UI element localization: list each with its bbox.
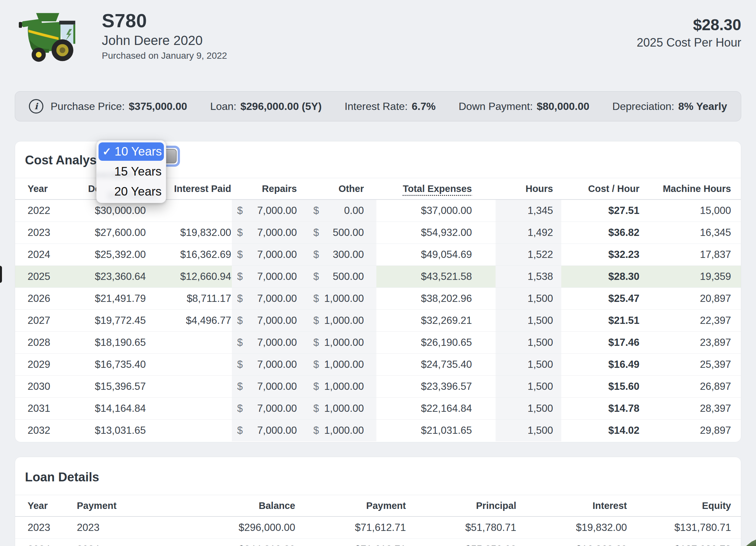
cell-depreciation: $27,600.00 [64,222,146,244]
dollar-sign: $ [237,337,243,348]
dropdown-option-15-years[interactable]: 15 Years [99,161,164,183]
cell-interest-paid: $16,362.69 [146,244,232,266]
col-header-other: Other [308,178,376,200]
cell-cost-hour: $17.46 [561,331,643,353]
cell-repairs-wrap: $7,000.00 [237,293,297,304]
cell-year: 2023 [15,222,64,244]
cell-cost-hour: $27.51 [561,200,643,222]
cost-per-hour-value: $28.30 [637,16,741,34]
cell-year: 2032 [15,419,64,441]
dollar-sign: $ [313,425,319,436]
loan-col-header-2-balance: Balance [156,495,296,517]
cell-year: 2022 [15,200,64,222]
dollar-sign: $ [237,271,243,282]
summary-value: 6.7% [411,100,435,113]
cell-repairs-value: 7,000.00 [257,403,297,414]
screen-edge-artifact [0,266,2,283]
cell-cost-hour: $21.51 [561,309,643,331]
cell-machine-hours: 17,837 [643,244,741,266]
cell-repairs-wrap: $7,000.00 [237,271,297,282]
term-dropdown-menu[interactable]: Depreciation $30,000.00 ✓10 Years15 Year… [96,140,166,203]
cell-machine-hours: 25,397 [643,353,741,375]
cell-other-wrap: $1,000.00 [313,293,364,304]
cell-depreciation: $15,396.57 [64,375,146,397]
cell-machine-hours: 22,397 [643,309,741,331]
cell-total-expenses: $54,932.00 [376,222,496,244]
cell-depreciation: $25,392.00 [64,244,146,266]
cell-total-expenses: $49,054.69 [376,244,496,266]
combine-harvester-icon [18,9,82,64]
cell-interest-paid [146,397,232,419]
cell-cost-hour: $28.30 [561,266,643,287]
loan-details-row-2024: 20242024$244,219.29$71,612.71$55,250.02$… [15,538,741,546]
equipment-purchase-date: Purchased on January 9, 2022 [102,49,227,62]
cell-repairs: $7,000.00 [232,353,308,375]
cell-other: $300.00 [308,244,376,266]
cost-analysis-row-2030: 2030$15,396.57$7,000.00$1,000.00$23,396.… [15,375,741,397]
cell-depreciation: $21,491.79 [64,287,146,309]
cell-other-wrap: $1,000.00 [313,337,364,348]
summary-item-3: Interest Rate: 6.7% [345,100,435,113]
cell-year: 2027 [15,309,64,331]
cost-analysis-row-2023: 2023$27,600.00$19,832.00$7,000.00$500.00… [15,222,741,244]
cell-hours: 1,538 [496,266,561,287]
loan-col-header-1-payment: Payment [64,495,156,517]
summary-label: Loan: [210,100,236,113]
cell-payment-year: 2023 [64,516,156,538]
cell-other: $500.00 [308,266,376,287]
dollar-sign: $ [313,381,319,392]
cell-payment-year: 2024 [64,538,156,546]
cell-total-expenses: $26,190.65 [376,331,496,353]
loan-col-header-3-payment: Payment [296,495,407,517]
cell-total-expenses: $43,521.58 [376,266,496,287]
cost-analysis-row-2025: 2025$23,360.64$12,660.94$7,000.00$500.00… [15,266,741,287]
col-header-year: Year [15,178,64,200]
dropdown-option-20-years[interactable]: 20 Years [99,183,164,201]
cell-other-value: 1,000.00 [324,403,364,414]
dollar-sign: $ [237,425,243,436]
summary-item-4: Down Payment: $80,000.00 [458,100,589,113]
cell-other: $1,000.00 [308,309,376,331]
cell-total-expenses: $22,164.84 [376,397,496,419]
cell-repairs: $7,000.00 [232,331,308,353]
cell-interest-paid [146,331,232,353]
cell-payment: $71,612.71 [296,516,407,538]
cell-hours: 1,500 [496,287,561,309]
cell-other: $0.00 [308,200,376,222]
cell-other-wrap: $1,000.00 [313,425,364,436]
dropdown-option-label: 20 Years [114,185,162,199]
equipment-title-block: S780 John Deere 2020 Purchased on Januar… [102,10,227,62]
cell-principal: $55,250.02 [407,538,517,546]
dollar-sign: $ [237,381,243,392]
summary-value: $80,000.00 [537,100,589,113]
col-header-total-expenses[interactable]: Total Expenses [376,178,496,200]
cost-analysis-row-2026: 2026$21,491.79$8,711.17$7,000.00$1,000.0… [15,287,741,309]
cell-other-value: 1,000.00 [324,293,364,304]
equipment-model: S780 [102,10,227,32]
cell-depreciation: $23,360.64 [64,266,146,287]
equipment-make-year: John Deere 2020 [102,32,227,49]
cell-repairs: $7,000.00 [232,244,308,266]
cell-hours: 1,522 [496,244,561,266]
dollar-sign: $ [237,403,243,414]
cell-depreciation: $14,164.84 [64,397,146,419]
loan-col-header-6-equity: Equity [628,495,741,517]
dollar-sign: $ [237,205,243,217]
dollar-sign: $ [313,249,319,261]
dollar-sign: $ [313,315,319,326]
dollar-sign: $ [313,205,319,217]
cell-total-expenses: $37,000.00 [376,200,496,222]
cell-year: 2030 [15,375,64,397]
summary-bar: iPurchase Price: $375,000.00Loan: $296,0… [15,91,741,121]
cell-repairs-wrap: $7,000.00 [237,337,297,348]
cell-interest: $19,832.00 [517,516,628,538]
total-expenses-tooltip-trigger[interactable]: Total Expenses [403,184,472,194]
cell-other: $1,000.00 [308,353,376,375]
dropdown-option-10-years[interactable]: ✓10 Years [99,142,164,161]
dollar-sign: $ [237,227,243,239]
cell-other-value: 1,000.00 [324,315,364,326]
app-screen: { "icons": { "check": "✓", "info": "i" }… [0,0,756,546]
cell-other: $1,000.00 [308,397,376,419]
cost-analysis-row-2032: 2032$13,031.65$7,000.00$1,000.00$21,031.… [15,419,741,441]
cell-hours: 1,500 [496,309,561,331]
